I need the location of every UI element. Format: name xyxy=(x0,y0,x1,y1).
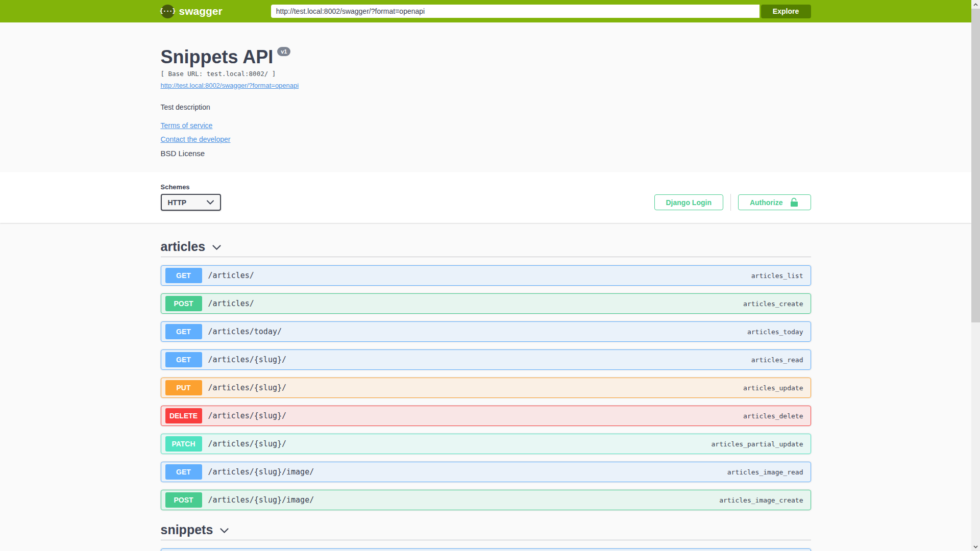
unlock-icon xyxy=(789,197,799,208)
scheme-container: Schemes HTTP Django Login Authorize xyxy=(0,172,971,223)
contact-developer-link[interactable]: Contact the developer xyxy=(161,135,231,143)
operation-list: GET/articles/articles_listPOST/articles/… xyxy=(161,257,811,510)
method-badge: GET xyxy=(165,268,202,283)
section-title: snippets xyxy=(161,522,213,537)
chevron-down-icon xyxy=(220,528,229,534)
operation-id: articles_create xyxy=(743,300,803,308)
method-badge: PATCH xyxy=(165,436,202,452)
operation-path[interactable]: /articles/{slug}/ xyxy=(208,439,712,448)
method-badge: POST xyxy=(165,296,202,311)
operation-row[interactable]: PATCH/articles/{slug}/articles_partial_u… xyxy=(161,434,811,454)
operation-id: articles_partial_update xyxy=(711,440,803,448)
method-badge: DELETE xyxy=(165,408,202,423)
method-badge: POST xyxy=(165,492,202,508)
auth-wrapper: Django Login Authorize xyxy=(654,194,811,211)
operation-list: GET/snippets/snippets_list xyxy=(161,540,811,551)
braces-icon: {···} xyxy=(159,8,175,14)
operation-id: articles_image_read xyxy=(727,468,803,476)
terms-of-service-link[interactable]: Terms of service xyxy=(161,121,213,130)
authorize-button[interactable]: Authorize xyxy=(738,194,811,210)
operation-id: articles_image_create xyxy=(719,496,803,504)
api-title-text: Snippets API xyxy=(161,47,274,67)
schemes-label: Schemes xyxy=(161,183,221,191)
explore-button[interactable]: Explore xyxy=(761,5,811,18)
operation-id: articles_today xyxy=(747,328,803,336)
license-text: BSD License xyxy=(161,149,811,158)
download-url-wrapper: Explore xyxy=(271,5,811,18)
operation-row[interactable]: GET/articles/{slug}/articles_read xyxy=(161,349,811,370)
operation-id: articles_read xyxy=(751,356,803,364)
spec-url-input[interactable] xyxy=(271,5,760,18)
auth-divider xyxy=(730,194,731,211)
spec-link[interactable]: http://test.local:8002/swagger/?format=o… xyxy=(161,82,299,89)
base-url-text: [ Base URL: test.local:8002/ ] xyxy=(161,70,811,78)
version-badge: v1 xyxy=(277,47,290,56)
operations-sections: articlesGET/articles/articles_listPOST/a… xyxy=(161,223,811,551)
operation-path[interactable]: /articles/ xyxy=(208,299,744,308)
operation-row[interactable]: POST/articles/articles_create xyxy=(161,293,811,314)
scrollbar-down-icon xyxy=(973,545,978,548)
scrollbar-up-button[interactable] xyxy=(971,0,980,9)
operation-row[interactable]: GET/articles/{slug}/image/articles_image… xyxy=(161,462,811,482)
scrollbar-thumb[interactable] xyxy=(971,9,980,322)
operation-path[interactable]: /articles/{slug}/ xyxy=(208,383,744,392)
operation-row[interactable]: POST/articles/{slug}/image/articles_imag… xyxy=(161,490,811,510)
operation-path[interactable]: /articles/today/ xyxy=(208,327,747,336)
operation-row[interactable]: DELETE/articles/{slug}/articles_delete xyxy=(161,406,811,426)
operation-row[interactable]: GET/snippets/snippets_list xyxy=(161,548,811,551)
operation-id: articles_update xyxy=(743,384,803,392)
method-badge: GET xyxy=(165,324,202,339)
schemes-selected-value: HTTP xyxy=(168,198,187,207)
operation-id: articles_list xyxy=(751,272,803,280)
section-title: articles xyxy=(161,239,206,254)
api-section-articles: articlesGET/articles/articles_listPOST/a… xyxy=(161,239,811,510)
swagger-logo-icon: {···} xyxy=(161,5,175,18)
operation-row[interactable]: PUT/articles/{slug}/articles_update xyxy=(161,378,811,398)
swagger-ui-page: {···} swagger Explore Snippets API v1 [ … xyxy=(0,0,971,551)
topbar-wrapper: {···} swagger Explore xyxy=(161,0,811,22)
section-header-articles[interactable]: articles xyxy=(161,239,811,257)
operation-row[interactable]: GET/articles/articles_list xyxy=(161,265,811,286)
scrollbar-down-button[interactable] xyxy=(971,542,980,551)
topbar: {···} swagger Explore xyxy=(0,0,971,22)
info-section: Snippets API v1 [ Base URL: test.local:8… xyxy=(0,22,971,172)
operation-path[interactable]: /articles/{slug}/ xyxy=(208,411,744,420)
api-description: Test description xyxy=(161,103,811,111)
operation-path[interactable]: /articles/{slug}/image/ xyxy=(208,467,727,477)
schemes-select[interactable]: HTTP xyxy=(161,194,221,211)
page-title: Snippets API v1 xyxy=(161,47,811,67)
method-badge: PUT xyxy=(165,380,202,395)
operation-path[interactable]: /articles/{slug}/ xyxy=(208,355,751,364)
chevron-down-icon xyxy=(207,200,214,205)
operation-id: articles_delete xyxy=(743,412,803,420)
chevron-down-icon xyxy=(212,245,221,251)
operation-row[interactable]: GET/articles/today/articles_today xyxy=(161,321,811,342)
operation-path[interactable]: /articles/ xyxy=(208,271,751,280)
django-login-button[interactable]: Django Login xyxy=(654,194,723,210)
schemes-group: Schemes HTTP xyxy=(161,183,221,211)
swagger-logo-text: swagger xyxy=(179,5,223,17)
scrollbar[interactable] xyxy=(971,0,980,551)
swagger-logo-link[interactable]: {···} swagger xyxy=(161,5,223,18)
scrollbar-up-icon xyxy=(973,3,978,6)
method-badge: GET xyxy=(165,352,202,367)
django-login-label: Django Login xyxy=(666,198,712,207)
api-section-snippets: snippetsGET/snippets/snippets_list xyxy=(161,522,811,551)
method-badge: GET xyxy=(165,464,202,480)
operation-path[interactable]: /articles/{slug}/image/ xyxy=(208,495,720,505)
section-header-snippets[interactable]: snippets xyxy=(161,522,811,540)
authorize-label: Authorize xyxy=(750,198,783,207)
